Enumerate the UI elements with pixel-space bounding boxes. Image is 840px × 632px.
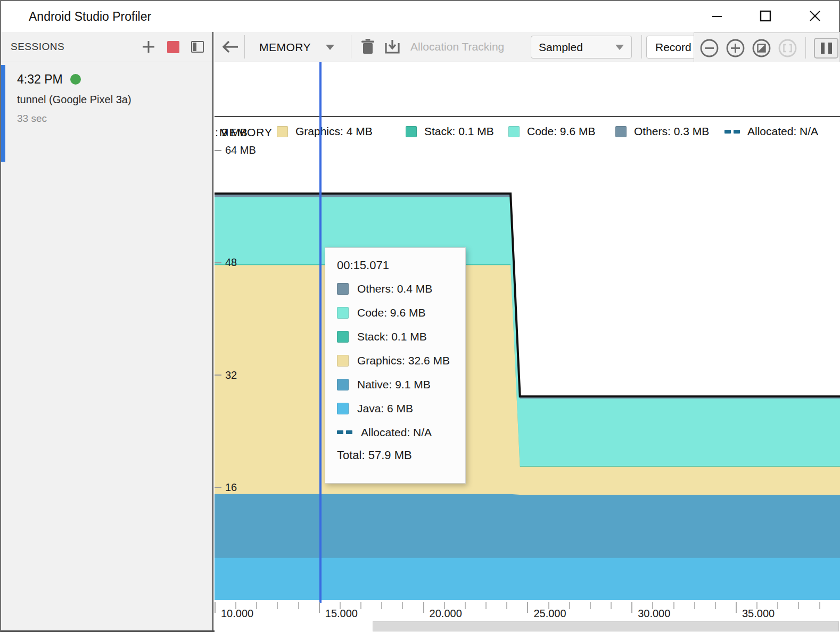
legend-color-swatch bbox=[337, 355, 349, 367]
stop-session-button[interactable] bbox=[163, 37, 183, 57]
heap-dump-button[interactable] bbox=[382, 36, 403, 57]
profiler-toolbar: MEMORY Allocation Tracking bbox=[215, 32, 840, 62]
x-axis-tick bbox=[611, 602, 612, 609]
zoom-out-button[interactable] bbox=[699, 38, 719, 58]
timeline-scrollbar[interactable] bbox=[215, 621, 840, 632]
zoom-in-button[interactable] bbox=[726, 38, 745, 58]
x-axis-tick bbox=[736, 602, 737, 613]
collapse-panel-button[interactable] bbox=[187, 37, 208, 57]
x-axis-tick bbox=[506, 602, 507, 609]
selected-session-accent bbox=[1, 65, 5, 162]
tooltip-row: Java: 6 MB bbox=[337, 396, 465, 420]
panel-layout-icon bbox=[191, 41, 204, 53]
toolbar-divider bbox=[641, 35, 642, 59]
x-axis-label: 20.000 bbox=[430, 608, 462, 620]
chart-tooltip: 00:15.071 Others: 0.4 MBCode: 9.6 MBStac… bbox=[325, 247, 466, 484]
legend-color-swatch bbox=[337, 403, 349, 414]
add-session-button[interactable] bbox=[138, 37, 159, 57]
maximize-icon bbox=[759, 10, 772, 22]
tooltip-row-label: Allocated: N/A bbox=[361, 426, 432, 439]
tooltip-row: Others: 0.4 MB bbox=[337, 277, 465, 301]
legend-color-swatch bbox=[337, 331, 349, 343]
legend-item: Others: 0.3 MB bbox=[615, 125, 709, 138]
gc-trash-button[interactable] bbox=[357, 36, 378, 57]
tooltip-row: Allocated: N/A bbox=[337, 420, 465, 444]
sampling-mode-value: Sampled bbox=[539, 41, 583, 54]
x-axis-label: 10.000 bbox=[221, 608, 253, 620]
x-axis-tick bbox=[715, 602, 716, 609]
x-axis-tick bbox=[798, 602, 799, 609]
tooltip-row-label: Java: 6 MB bbox=[357, 402, 413, 415]
legend-color-swatch bbox=[406, 126, 417, 137]
x-axis-tick bbox=[777, 602, 778, 609]
x-axis-tick bbox=[673, 602, 674, 609]
sampling-mode-select[interactable]: Sampled bbox=[531, 36, 632, 59]
profiler-type-dropdown[interactable]: MEMORY bbox=[259, 32, 334, 62]
y-axis-tick: 48 bbox=[215, 256, 237, 269]
profiler-type-label: MEMORY bbox=[259, 41, 311, 54]
close-button[interactable] bbox=[802, 1, 828, 31]
legend-item: Graphics: 4 MB bbox=[277, 125, 373, 138]
session-time: 4:32 PM bbox=[17, 72, 81, 87]
y-axis-label: 16 bbox=[225, 481, 237, 494]
x-axis-tick bbox=[215, 602, 216, 613]
stop-icon bbox=[167, 41, 179, 53]
pause-icon bbox=[828, 43, 832, 54]
x-axis-tick bbox=[465, 602, 466, 609]
reset-zoom-icon bbox=[752, 38, 771, 58]
x-axis-tick bbox=[485, 602, 487, 609]
record-button[interactable]: Record bbox=[646, 36, 697, 59]
legend-color-swatch bbox=[615, 126, 627, 137]
x-axis-tick bbox=[381, 602, 382, 609]
tooltip-timestamp: 00:15.071 bbox=[337, 259, 465, 272]
y-axis-label: 64 MB bbox=[225, 144, 256, 156]
tooltip-row: Code: 9.6 MB bbox=[337, 301, 465, 325]
maximize-button[interactable] bbox=[752, 1, 779, 31]
x-axis-tick bbox=[423, 602, 424, 613]
x-axis-tick bbox=[569, 602, 570, 609]
x-axis-tick bbox=[277, 602, 278, 609]
title-bar: Android Studio Profiler bbox=[1, 1, 839, 32]
y-axis-tick: 64 MB bbox=[215, 144, 256, 156]
back-arrow-icon bbox=[221, 40, 240, 54]
minimize-button[interactable] bbox=[704, 1, 730, 31]
y-axis-label: 32 bbox=[225, 369, 237, 381]
zoom-to-selection-button[interactable] bbox=[778, 38, 797, 58]
legend-color-swatch bbox=[337, 379, 349, 390]
tooltip-row-label: Code: 9.6 MB bbox=[357, 306, 425, 319]
scrollbar-thumb[interactable] bbox=[373, 621, 839, 631]
y-axis-label: 48 bbox=[225, 256, 237, 269]
reset-zoom-button[interactable] bbox=[752, 38, 771, 58]
legend-color-swatch bbox=[337, 283, 349, 295]
pause-live-button[interactable] bbox=[814, 38, 838, 59]
allocated-dash-swatch bbox=[337, 430, 352, 434]
x-axis-label: 15.000 bbox=[325, 608, 358, 620]
tooltip-row-label: Native: 9.1 MB bbox=[357, 378, 431, 391]
session-list-item[interactable]: 4:32 PM tunnel (Google Pixel 3a) 33 sec bbox=[1, 63, 212, 164]
chevron-down-icon bbox=[615, 45, 624, 50]
allocation-tracking-label: Allocation Tracking bbox=[410, 32, 504, 62]
x-axis-tick bbox=[527, 602, 528, 613]
close-icon bbox=[808, 9, 822, 23]
legend-item-label: Graphics: 4 MB bbox=[295, 125, 373, 138]
back-button[interactable] bbox=[220, 36, 241, 57]
zoom-controls-panel bbox=[694, 32, 840, 63]
tooltip-row: Native: 9.1 MB bbox=[337, 372, 465, 396]
x-axis-tick bbox=[298, 602, 299, 609]
minimize-icon bbox=[711, 10, 723, 22]
legend-color-swatch bbox=[508, 126, 520, 137]
profiler-main: MEMORY Allocation Tracking bbox=[215, 32, 840, 630]
legend-item-label: Allocated: N/A bbox=[747, 125, 818, 138]
trash-icon bbox=[361, 39, 375, 55]
x-axis: 10.00015.00020.00025.00030.00035.000 bbox=[215, 601, 840, 622]
timeline-cursor-line[interactable] bbox=[319, 62, 322, 603]
legend-color-swatch bbox=[337, 307, 349, 319]
zoom-in-icon bbox=[726, 38, 745, 58]
allocated-dash-swatch bbox=[724, 130, 740, 134]
legend-item: Stack: 0.1 MB bbox=[406, 125, 494, 138]
session-duration: 33 sec bbox=[17, 113, 47, 124]
toolbar-divider bbox=[244, 35, 245, 59]
memory-profiler-view: : 9 MB MEMORY Graphics: 4 MBStack: 0.1 M… bbox=[215, 62, 840, 630]
window-title: Android Studio Profiler bbox=[29, 1, 151, 32]
chart-title: MEMORY bbox=[219, 126, 273, 139]
